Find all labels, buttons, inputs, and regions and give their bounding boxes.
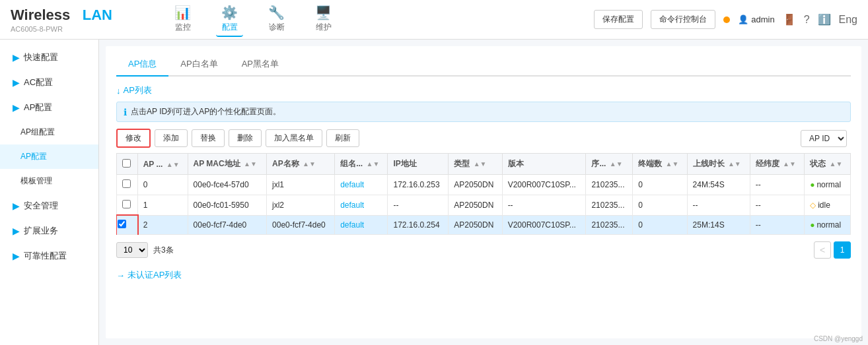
row-clients: 0 [633,195,687,216]
delete-button[interactable]: 删除 [229,129,262,147]
sort-icon: ▲▼ [829,160,842,168]
row-type: AP2050DN [449,175,502,195]
row-checkbox-cell[interactable] [117,195,138,216]
add-button[interactable]: 添加 [155,129,188,147]
nav-maintain-label: 维护 [316,22,332,33]
row-type: AP2050DN [449,216,502,235]
sort-icon: ▲▼ [610,160,623,168]
row-ip: -- [388,195,449,216]
row-group[interactable]: default [335,195,388,216]
row-location: -- [750,175,804,195]
group-link[interactable]: default [340,220,364,230]
col-group[interactable]: 组名... ▲▼ [335,154,388,175]
row-seq: 210235... [586,195,633,216]
col-uptime[interactable]: 上线时长 ▲▼ [687,154,750,175]
chevron-right-icon: ▶ [13,226,20,236]
refresh-button[interactable]: 刷新 [326,129,359,147]
page-1-button[interactable]: 1 [834,241,851,259]
sidebar-item-expand-service[interactable]: ▶ 扩展业务 [0,218,98,243]
prev-page-button[interactable]: < [814,241,831,259]
nav-maintain[interactable]: 🖥️ 维护 [310,2,337,37]
content-area: AP信息 AP白名单 AP黑名单 ↓ AP列表 ℹ 点击AP ID列可进入AP的… [106,46,861,338]
sidebar-item-ap-group-config[interactable]: AP组配置 [0,120,98,144]
replace-button[interactable]: 替换 [192,129,225,147]
page-size-select[interactable]: 10 [116,242,148,258]
info-bar: ℹ 点击AP ID列可进入AP的个性化配置页面。 [116,102,851,122]
row-checkbox-cell[interactable] [117,216,138,235]
sort-icon: ▲▼ [728,160,741,168]
help-icon[interactable]: ? [804,14,810,26]
sidebar-item-label: AP配置 [20,151,47,162]
tab-ap-whitelist[interactable]: AP白名单 [168,53,229,77]
sidebar-item-ac-config[interactable]: ▶ AC配置 [0,70,98,95]
col-ap-id[interactable]: AP ... ▲▼ [137,154,188,175]
tab-ap-blacklist[interactable]: AP黑名单 [230,53,291,77]
chevron-right-icon: ▶ [13,201,20,211]
chevron-right-icon: ▶ [13,251,20,261]
info-icon[interactable]: ℹ️ [818,13,831,26]
modify-button[interactable]: 修改 [116,129,151,148]
logout-icon[interactable]: 🚪 [783,13,796,26]
sidebar-item-label: 快速配置 [24,51,58,63]
watermark: CSDN @yenggd [814,335,863,342]
search-type-select[interactable]: AP ID [801,130,847,147]
sidebar-item-security-manage[interactable]: ▶ 安全管理 [0,193,98,218]
row-checkbox[interactable] [122,179,131,188]
blacklist-button[interactable]: 加入黑名单 [266,129,322,147]
device-name: AC6005-8-PWR [11,25,129,33]
arrow-right-icon: → [116,270,125,280]
nav-monitor[interactable]: 📊 监控 [169,2,196,37]
sort-icon: ▲▼ [666,160,679,168]
col-location[interactable]: 经纬度 ▲▼ [750,154,804,175]
col-type[interactable]: 类型 ▲▼ [449,154,502,175]
tab-bar: AP信息 AP白名单 AP黑名单 [116,53,851,77]
status-text: normal [816,180,841,189]
sidebar-item-reliable-config[interactable]: ▶ 可靠性配置 [0,243,98,268]
col-seq[interactable]: 序... ▲▼ [586,154,633,175]
sidebar-item-ap-config-sub[interactable]: AP配置 [0,144,98,169]
group-link[interactable]: default [340,201,364,210]
total-text: 共3条 [153,245,174,256]
sidebar-item-template-manage[interactable]: 模板管理 [0,169,98,193]
select-all-checkbox[interactable] [122,159,131,168]
sort-icon: ▲▼ [244,160,257,168]
row-uptime: 24M:54S [687,175,750,195]
config-icon: ⚙️ [221,5,238,20]
row-version: V200R007C10SP... [502,175,586,195]
lang-switcher[interactable]: Eng [839,14,857,26]
cmd-console-button[interactable]: 命令行控制台 [651,10,715,29]
chevron-right-icon: ▶ [13,52,20,63]
toolbar-right: AP ID [801,130,851,147]
tab-ap-info[interactable]: AP信息 [116,53,168,77]
uncert-section[interactable]: → 未认证AP列表 [116,269,851,281]
row-checkbox[interactable] [118,220,126,228]
col-status[interactable]: 状态 ▲▼ [805,154,851,175]
maintain-icon: 🖥️ [315,5,332,20]
monitor-icon: 📊 [174,5,191,20]
row-group[interactable]: default [335,216,388,235]
sidebar-item-quick-config[interactable]: ▶ 快速配置 [0,45,98,70]
col-mac[interactable]: AP MAC地址 ▲▼ [188,154,267,175]
row-ap-id: 1 [137,195,188,216]
save-config-button[interactable]: 保存配置 [594,10,643,29]
col-name[interactable]: AP名称 ▲▼ [267,154,335,175]
table-row: 2 00e0-fcf7-4de0 00e0-fcf7-4de0 default … [117,216,851,235]
section-title: AP列表 [124,84,152,96]
arrow-down-icon: ↓ [116,86,121,96]
col-ip[interactable]: IP地址 [388,154,449,175]
row-checkbox[interactable] [122,200,131,208]
status-indicator [723,16,730,23]
sidebar-item-ap-config[interactable]: ▶ AP配置 [0,95,98,120]
section-header-ap-list[interactable]: ↓ AP列表 [116,84,851,96]
user-icon: 👤 [738,15,748,24]
col-clients[interactable]: 终端数 ▲▼ [633,154,687,175]
row-checkbox-cell[interactable] [117,175,138,195]
group-link[interactable]: default [340,180,364,189]
col-version[interactable]: 版本 [502,154,586,175]
row-name: jxl1 [267,175,335,195]
nav-diagnose[interactable]: 🔧 诊断 [263,2,290,37]
nav-config[interactable]: ⚙️ 配置 [216,2,243,37]
toolbar: 修改 添加 替换 删除 加入黑名单 刷新 AP ID [116,129,851,148]
nav-diagnose-label: 诊断 [269,22,285,33]
row-group[interactable]: default [335,175,388,195]
